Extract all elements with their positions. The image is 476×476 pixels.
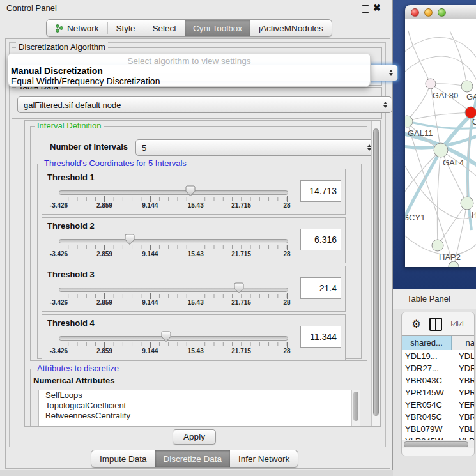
- tab-select[interactable]: Select: [144, 20, 185, 36]
- network-node-label: C: [472, 117, 476, 127]
- cell-name: YER0: [452, 399, 475, 411]
- tab-label: Discretize Data: [164, 454, 222, 464]
- slider-tick-label: 2.859: [96, 202, 112, 209]
- tab-jactivemnodules[interactable]: jActiveMNodules: [250, 20, 332, 36]
- network-node-gal4[interactable]: [434, 143, 448, 157]
- threshold-slider[interactable]: -3.4262.8599.14415.4321.71528: [59, 218, 287, 263]
- mac-zoom-button[interactable]: [438, 8, 446, 17]
- slider-major-tick: [287, 196, 288, 202]
- table-row[interactable]: YBR043CYBR0: [402, 374, 475, 387]
- threshold-value-field[interactable]: 21.4: [300, 277, 341, 299]
- float-window-icon[interactable]: [362, 5, 369, 13]
- network-node-ga[interactable]: [461, 81, 473, 92]
- slider-tick-label: -3.426: [50, 348, 68, 355]
- table-data-combo[interactable]: galFiltered.sif default node: [17, 96, 392, 113]
- cell-shared-name: YDL19...: [402, 350, 452, 362]
- network-node[interactable]: [449, 261, 459, 267]
- numerical-attributes-list: SelfLoopsTopologicalCoefficientBetweenne…: [38, 390, 360, 427]
- slider-handle[interactable]: [161, 331, 171, 342]
- group-title: Threshold's Coordinates for 5 Intervals: [42, 158, 189, 168]
- threshold-slider[interactable]: -3.4262.8599.14415.4321.71528: [59, 266, 287, 311]
- tab-cyni-toolbox[interactable]: Cyni Toolbox: [185, 20, 250, 36]
- algorithm-dropdown-popup: Select algorithm to view settings Manual…: [8, 54, 371, 87]
- tab-infer-network[interactable]: Infer Network: [230, 450, 298, 467]
- attribute-item-topologicalcoefficient[interactable]: TopologicalCoefficient: [39, 401, 360, 411]
- network-node-h[interactable]: [461, 197, 473, 210]
- table-row[interactable]: YER054CYER0: [402, 399, 475, 411]
- tab-style[interactable]: Style: [108, 20, 144, 36]
- select-columns-icon[interactable]: ☑☑: [450, 319, 463, 328]
- tab-discretize-data[interactable]: Discretize Data: [155, 450, 231, 467]
- slider-major-tick: [59, 245, 59, 250]
- table-row[interactable]: YPR145WYPR1: [402, 387, 475, 399]
- scrollbar-thumb[interactable]: [404, 441, 468, 447]
- table-data-group: Table Data galFiltered.sif default node: [12, 87, 382, 119]
- gear-icon[interactable]: ⚙: [411, 319, 421, 330]
- threshold-panel: Threshold 4-3.4262.8599.14415.4321.71528…: [42, 314, 346, 360]
- table-row[interactable]: YBL079WYBL0: [402, 423, 475, 435]
- close-icon[interactable]: ✖: [373, 3, 381, 13]
- threshold-value-field[interactable]: 14.713: [300, 180, 341, 202]
- threshold-panel: Threshold 1-3.4262.8599.14415.4321.71528…: [42, 169, 346, 215]
- table-horizontal-scrollbar[interactable]: [402, 440, 474, 448]
- table-row[interactable]: YDL19...YDL1: [402, 350, 475, 362]
- attribute-item-selfloops[interactable]: SelfLoops: [39, 390, 360, 401]
- slider-tick-label: 21.715: [231, 202, 251, 209]
- slider-minor-ticks: [59, 342, 288, 346]
- slider-handle[interactable]: [125, 234, 135, 245]
- apply-button[interactable]: Apply: [173, 429, 216, 445]
- threshold-list: Threshold 1-3.4262.8599.14415.4321.71528…: [42, 169, 346, 363]
- network-node-hap2[interactable]: [432, 240, 443, 251]
- threshold-panel: Threshold 3-3.4262.8599.14415.4321.71528…: [42, 266, 346, 312]
- mac-close-button[interactable]: [411, 8, 419, 17]
- network-window-titlebar[interactable]: [405, 5, 476, 20]
- table-row[interactable]: YBR045CYBR0: [402, 411, 475, 423]
- attribute-item-betweennesscentrality[interactable]: BetweennessCentrality: [39, 411, 360, 421]
- slider-tick-label: 21.715: [231, 250, 251, 257]
- scrollbar-thumb[interactable]: [353, 392, 358, 421]
- network-icon: [55, 24, 64, 33]
- slider-tick-label: 28: [283, 299, 290, 306]
- network-canvas[interactable]: GAL80GACGAL11GAL4GCY1HHAP2: [405, 19, 476, 267]
- threshold-slider[interactable]: -3.4262.8599.14415.4321.71528: [59, 315, 287, 360]
- slider-major-tick: [104, 342, 105, 348]
- popup-option-equal-width-frequency-discretization[interactable]: Equal Width/Frequency Discretization: [10, 76, 368, 86]
- slider-major-tick: [242, 293, 242, 299]
- network-node-gal80[interactable]: [426, 79, 436, 89]
- tab-label: Cyni Toolbox: [193, 24, 242, 33]
- slider-major-tick: [150, 245, 151, 250]
- number-of-intervals-combo[interactable]: 5: [135, 139, 376, 156]
- scrollbar-thumb[interactable]: [373, 128, 379, 416]
- slider-major-tick: [242, 245, 242, 250]
- slider-major-tick: [59, 196, 59, 202]
- threshold-value-field[interactable]: 6.316: [300, 229, 341, 250]
- tab-network[interactable]: Network: [47, 20, 107, 36]
- slider-major-tick: [150, 196, 151, 202]
- slider-tick-label: -3.426: [50, 299, 68, 306]
- cell-name: YBR0: [452, 374, 475, 387]
- control-panel-titlebar: Control Panel ✖: [0, 0, 392, 17]
- attributes-group: Attributes to discretize Numerical Attri…: [30, 369, 367, 427]
- column-header-name[interactable]: na: [452, 336, 475, 350]
- split-columns-icon[interactable]: [429, 318, 442, 331]
- mac-minimize-button[interactable]: [424, 8, 433, 17]
- control-panel: Control Panel ✖ NetworkStyleSelectCyni T…: [0, 0, 393, 470]
- cell-shared-name: YDR27...: [402, 362, 452, 374]
- network-node-gal11[interactable]: [405, 116, 413, 127]
- settings-scroll-pane: Interval Definition Number of Intervals …: [24, 120, 381, 427]
- table-data-combo-value: galFiltered.sif default node: [24, 100, 121, 110]
- threshold-slider[interactable]: -3.4262.8599.14415.4321.71528: [59, 169, 287, 214]
- popup-option-manual-discretization[interactable]: Manual Discretization: [10, 66, 368, 76]
- tab-impute-data[interactable]: Impute Data: [91, 450, 155, 467]
- slider-handle[interactable]: [234, 282, 244, 294]
- slider-track: [59, 288, 288, 292]
- main-scrollbar[interactable]: [371, 121, 380, 426]
- slider-track: [59, 239, 288, 243]
- column-header-shared-name[interactable]: shared...: [402, 336, 452, 350]
- slider-major-tick: [287, 245, 288, 250]
- list-scrollbar[interactable]: [351, 390, 360, 426]
- bottom-tab-strip: Impute DataDiscretize DataInfer Network: [91, 450, 298, 468]
- table-row[interactable]: YDR27...YDR2: [402, 362, 475, 374]
- slider-handle[interactable]: [185, 185, 196, 197]
- threshold-value-field[interactable]: 11.344: [300, 326, 341, 348]
